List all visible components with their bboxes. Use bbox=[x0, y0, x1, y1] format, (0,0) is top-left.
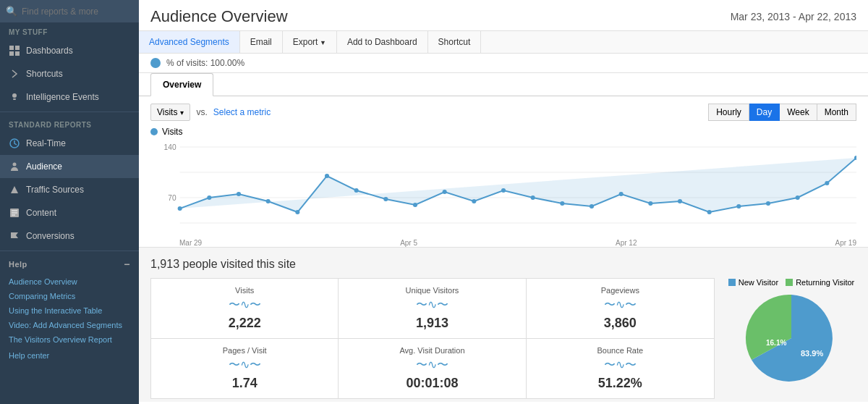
sidebar-item-label: Conversions bbox=[26, 231, 75, 241]
sidebar-item-audience[interactable]: Audience bbox=[0, 155, 139, 178]
svg-point-35 bbox=[648, 201, 652, 206]
chart-wrapper: 140 70 bbox=[150, 140, 856, 237]
stat-pageviews: Pageviews 〜∿〜 3,860 bbox=[527, 279, 714, 339]
svg-rect-5 bbox=[13, 98, 16, 100]
svg-point-28 bbox=[443, 190, 447, 194]
stat-value: 1.74 bbox=[163, 376, 326, 391]
minus-icon[interactable]: − bbox=[124, 258, 130, 270]
stats-grid: Visits 〜∿〜 2,222 Unique Visitors 〜∿〜 1,9… bbox=[150, 278, 856, 399]
sparkline-unique: 〜∿〜 bbox=[350, 298, 514, 313]
sidebar-item-label: Shortcuts bbox=[26, 69, 63, 79]
svg-point-31 bbox=[531, 195, 535, 200]
returning-visitor-dot bbox=[786, 279, 793, 286]
stats-table: Visits 〜∿〜 2,222 Unique Visitors 〜∿〜 1,9… bbox=[150, 278, 715, 399]
ret-pct-label: 16.1% bbox=[766, 339, 786, 347]
tab-overview[interactable]: Overview bbox=[150, 73, 213, 96]
stat-value: 3,860 bbox=[538, 316, 702, 331]
stat-label: Avg. Visit Duration bbox=[350, 346, 514, 355]
page-title: Audience Overview bbox=[150, 7, 288, 26]
stat-pages-visit: Pages / Visit 〜∿〜 1.74 bbox=[151, 339, 339, 398]
search-input[interactable] bbox=[22, 7, 133, 17]
x-label-mar29: Mar 29 bbox=[179, 239, 202, 247]
segment-dot bbox=[150, 58, 161, 68]
advanced-segments-button[interactable]: Advanced Segments bbox=[139, 31, 240, 53]
export-button[interactable]: Export bbox=[283, 31, 337, 53]
svg-point-21 bbox=[237, 192, 241, 196]
email-button[interactable]: Email bbox=[240, 31, 283, 53]
new-pct-label: 83.9% bbox=[801, 349, 823, 358]
help-link-advanced-segments[interactable]: Video: Add Advanced Segments bbox=[0, 318, 139, 332]
svg-point-24 bbox=[325, 174, 329, 178]
stat-visits: Visits 〜∿〜 2,222 bbox=[151, 279, 339, 339]
shortcut-button[interactable]: Shortcut bbox=[428, 31, 482, 53]
pie-legend: New Visitor Returning Visitor bbox=[728, 278, 855, 287]
time-btn-day[interactable]: Day bbox=[749, 104, 780, 121]
person-icon bbox=[9, 161, 20, 172]
x-label-apr5: Apr 5 bbox=[400, 239, 417, 247]
segment-bar: % of visits: 100.00% bbox=[139, 54, 868, 73]
stat-value: 00:01:08 bbox=[350, 376, 514, 391]
select-metric[interactable]: Select a metric bbox=[213, 107, 271, 117]
legend-dot bbox=[150, 128, 158, 135]
svg-point-19 bbox=[178, 206, 182, 211]
metric-dropdown[interactable]: Visits bbox=[150, 104, 190, 121]
main-content: Audience Overview Mar 23, 2013 - Apr 22,… bbox=[139, 0, 868, 404]
search-box[interactable]: 🔍 bbox=[0, 0, 139, 22]
stat-bounce-rate: Bounce Rate 〜∿〜 51.22% bbox=[527, 339, 714, 398]
svg-point-36 bbox=[678, 199, 682, 203]
svg-point-26 bbox=[383, 197, 388, 201]
svg-point-22 bbox=[266, 199, 271, 203]
grid-icon bbox=[9, 45, 20, 56]
stat-value: 1,913 bbox=[350, 316, 514, 331]
toolbar: Advanced Segments Email Export Add to Da… bbox=[139, 31, 868, 54]
sidebar: 🔍 MY STUFF Dashboards Shortcuts Intellig… bbox=[0, 0, 139, 404]
svg-point-25 bbox=[354, 188, 359, 193]
help-link-interactive-table[interactable]: Using the Interactive Table bbox=[0, 303, 139, 318]
divider bbox=[0, 111, 139, 112]
sparkline-visits: 〜∿〜 bbox=[163, 298, 326, 313]
svg-point-33 bbox=[590, 204, 594, 209]
sidebar-item-label: Content bbox=[26, 208, 56, 218]
stat-value: 2,222 bbox=[163, 316, 326, 331]
search-icon: 🔍 bbox=[6, 6, 17, 17]
pie-chart-area: New Visitor Returning Visitor 83.9% bbox=[726, 278, 856, 399]
returning-visitor-legend: Returning Visitor bbox=[786, 278, 854, 287]
svg-point-27 bbox=[413, 203, 417, 207]
help-header: Help − bbox=[0, 254, 139, 274]
standard-reports-label: STANDARD REPORTS bbox=[0, 115, 139, 132]
add-to-dashboard-button[interactable]: Add to Dashboard bbox=[337, 31, 428, 53]
sidebar-item-traffic-sources[interactable]: Traffic Sources bbox=[0, 178, 139, 201]
help-center-link[interactable]: Help center bbox=[9, 351, 130, 360]
sparkline-pageviews: 〜∿〜 bbox=[538, 298, 702, 313]
svg-point-30 bbox=[501, 188, 506, 193]
new-visitor-legend: New Visitor bbox=[728, 278, 778, 287]
segment-text: % of visits: 100.00% bbox=[166, 58, 244, 68]
help-link-audience-overview[interactable]: Audience Overview bbox=[0, 274, 139, 289]
sidebar-item-dashboards[interactable]: Dashboards bbox=[0, 39, 139, 62]
sidebar-item-shortcuts[interactable]: Shortcuts bbox=[0, 62, 139, 85]
flag-icon bbox=[9, 230, 20, 242]
svg-text:70: 70 bbox=[168, 194, 176, 202]
chart-area: Visits vs. Select a metric Hourly Day We… bbox=[139, 96, 868, 247]
date-range: Mar 23, 2013 - Apr 22, 2013 bbox=[731, 11, 856, 22]
sidebar-item-realtime[interactable]: Real-Time bbox=[0, 132, 139, 155]
help-link-comparing-metrics[interactable]: Comparing Metrics bbox=[0, 289, 139, 303]
sidebar-item-intelligence-events[interactable]: Intelligence Events bbox=[0, 85, 139, 109]
svg-rect-2 bbox=[9, 51, 14, 56]
chart-x-labels: Mar 29 Apr 5 Apr 12 Apr 19 bbox=[150, 237, 856, 247]
help-link-visitors-overview[interactable]: The Visitors Overview Report bbox=[0, 332, 139, 347]
time-btn-week[interactable]: Week bbox=[780, 104, 817, 121]
svg-point-38 bbox=[736, 204, 741, 209]
stat-value: 51.22% bbox=[538, 376, 702, 391]
time-btn-hourly[interactable]: Hourly bbox=[708, 104, 749, 121]
svg-rect-0 bbox=[9, 46, 14, 50]
clock-icon bbox=[9, 138, 20, 149]
new-visitor-label: New Visitor bbox=[739, 278, 778, 287]
svg-point-29 bbox=[472, 199, 476, 203]
svg-point-4 bbox=[12, 93, 17, 98]
sidebar-item-content[interactable]: Content bbox=[0, 201, 139, 224]
stat-label: Unique Visitors bbox=[350, 286, 514, 295]
sidebar-item-conversions[interactable]: Conversions bbox=[0, 224, 139, 248]
svg-marker-18 bbox=[180, 158, 856, 212]
time-btn-month[interactable]: Month bbox=[817, 104, 856, 121]
